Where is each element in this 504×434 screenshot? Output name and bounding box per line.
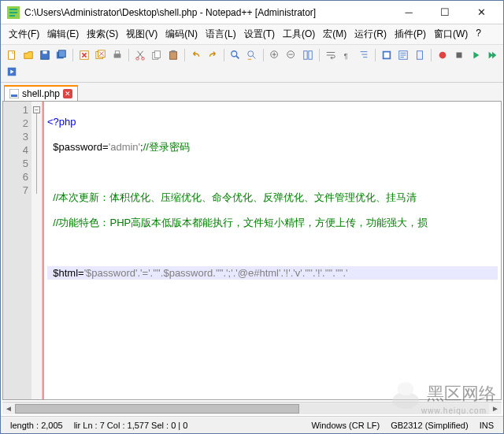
svg-rect-9 [114,54,121,57]
menu-run[interactable]: 运行(R) [351,26,390,43]
zoom-in-icon[interactable] [267,47,283,63]
menu-search[interactable]: 搜索(S) [83,26,121,43]
svg-rect-14 [154,51,160,58]
indent-guide-icon[interactable] [356,47,372,63]
svg-rect-15 [170,52,177,60]
tab-filename: shell.php [22,88,60,99]
menu-plugins[interactable]: 插件(P) [391,26,429,43]
file-icon [9,89,19,98]
find-icon[interactable] [228,47,243,63]
menu-view[interactable]: 视图(V) [123,26,161,43]
save-macro-icon[interactable] [4,64,20,80]
tab-close-icon[interactable]: ✕ [63,89,72,98]
menu-tools[interactable]: 工具(O) [280,26,318,43]
menu-encoding[interactable]: 编码(N) [162,26,201,43]
code-area[interactable]: <?php $password='admin';//登录密码 //本次更新：体积… [43,102,501,399]
fold-margin[interactable]: − [32,102,43,399]
menu-language[interactable]: 语言(L) [202,26,239,43]
status-position: lir Ln : 7 Col : 1,577 Sel : 0 | 0 [69,421,193,430]
cut-icon[interactable] [132,47,148,63]
svg-rect-27 [417,51,423,60]
folder-as-workspace-icon[interactable] [379,47,395,63]
svg-rect-22 [309,51,312,60]
redo-icon[interactable] [205,47,220,63]
svg-rect-31 [9,89,19,98]
scroll-left-icon[interactable]: ◄ [2,403,15,414]
fold-toggle-icon[interactable]: − [33,106,40,113]
save-all-icon[interactable] [54,47,69,63]
line-number-gutter: 1 2 3 4 5 6 7 [3,102,32,399]
svg-rect-29 [457,53,462,58]
show-all-chars-icon[interactable]: ¶ [339,47,355,63]
status-length: length : 2,005 [6,421,68,430]
maximize-button[interactable]: ☐ [428,2,462,24]
editor[interactable]: 1 2 3 4 5 6 7 − <?php $password='admin';… [2,101,502,400]
svg-rect-16 [171,50,175,53]
svg-text:¶: ¶ [344,52,348,60]
copy-icon[interactable] [149,47,165,63]
app-icon [7,6,20,19]
undo-icon[interactable] [188,47,204,63]
svg-rect-5 [59,50,66,57]
tab-shell-php[interactable]: shell.php ✕ [4,85,78,101]
close-file-icon[interactable] [76,47,92,63]
status-line-ending: Windows (CR LF) [306,421,384,430]
svg-rect-10 [115,51,119,54]
status-encoding: GB2312 (Simplified) [386,421,472,430]
svg-rect-21 [304,51,307,60]
svg-point-18 [248,51,254,57]
svg-rect-1 [9,51,15,60]
function-list-icon[interactable] [395,47,411,63]
play-macro-icon[interactable] [468,47,484,63]
new-file-icon[interactable] [4,47,20,63]
svg-rect-3 [43,51,46,54]
menu-settings[interactable]: 设置(T) [241,26,278,43]
status-insert-mode: INS [475,421,498,430]
svg-point-28 [439,52,447,59]
horizontal-scrollbar[interactable]: ◄ ► [2,402,502,414]
minimize-button[interactable]: ─ [391,2,426,24]
close-button[interactable]: ✕ [464,2,498,24]
replace-icon[interactable] [244,47,260,63]
menu-edit[interactable]: 编辑(E) [44,26,82,43]
svg-rect-25 [384,53,390,58]
svg-point-17 [232,51,237,57]
scrollbar-thumb[interactable] [15,404,299,414]
window-title: C:\Users\Administrator\Desktop\shell.php… [24,7,391,18]
save-icon[interactable] [37,47,53,63]
play-multi-icon[interactable] [484,47,500,63]
svg-rect-32 [11,95,17,97]
menu-bar: 文件(F) 编辑(E) 搜索(S) 视图(V) 编码(N) 语言(L) 设置(T… [1,24,503,45]
stop-macro-icon[interactable] [451,47,467,63]
zoom-out-icon[interactable] [284,47,299,63]
scroll-right-icon[interactable]: ► [489,403,502,414]
menu-file[interactable]: 文件(F) [6,26,43,43]
close-all-icon[interactable] [93,47,109,63]
record-macro-icon[interactable] [435,47,450,63]
sync-scroll-icon[interactable] [300,47,316,63]
open-file-icon[interactable] [20,47,36,63]
menu-window[interactable]: 窗口(W) [431,26,471,43]
doc-map-icon[interactable] [412,47,428,63]
wrap-icon[interactable] [323,47,339,63]
status-bar: length : 2,005 lir Ln : 7 Col : 1,577 Se… [1,416,503,433]
menu-macro[interactable]: 宏(M) [320,26,350,43]
menu-help[interactable]: ? [472,26,484,43]
paste-icon[interactable] [165,47,181,63]
toolbar: ¶ [1,45,503,83]
print-icon[interactable] [109,47,125,63]
